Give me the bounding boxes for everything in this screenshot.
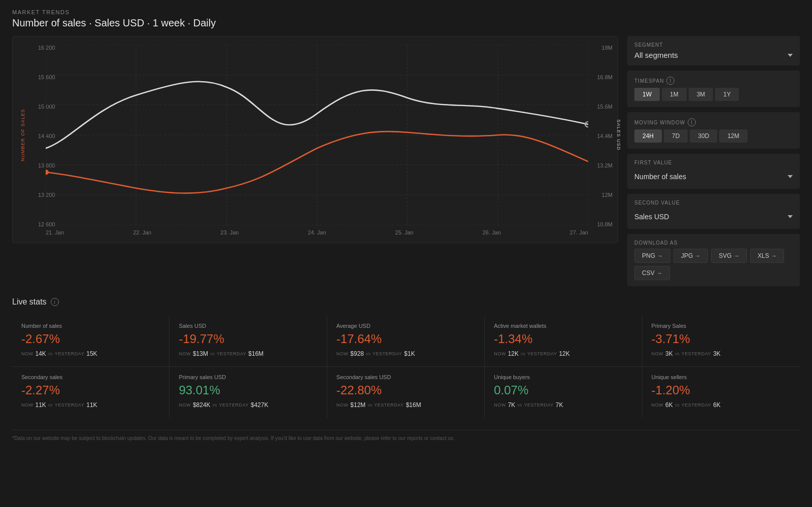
first-value-section: First value Number of sales bbox=[627, 154, 800, 189]
download-btn-csv[interactable]: CSV → bbox=[634, 266, 670, 280]
page-title-section: MARKET TRENDS Number of sales · Sales US… bbox=[12, 9, 800, 29]
download-btn-png[interactable]: PNG → bbox=[634, 249, 670, 263]
chart-container: NUMBER OF SALES 12 600 13 200 13 800 14 … bbox=[18, 45, 613, 238]
timespan-btn-3m[interactable]: 3M bbox=[689, 88, 714, 101]
moving-window-info-icon: i bbox=[688, 118, 696, 126]
stat-card-active-market-wallets: Active market wallets -1.34% NOW 12K vs … bbox=[485, 316, 642, 367]
timespan-button-group: 1W 1M 3M 1Y bbox=[634, 88, 793, 101]
y-axis-left-label: NUMBER OF SALES bbox=[20, 109, 25, 161]
segment-select[interactable]: All segments bbox=[634, 51, 793, 59]
download-btn-svg[interactable]: SVG → bbox=[711, 249, 747, 263]
live-stats-section: Live stats i Number of sales -2.67% NOW … bbox=[12, 297, 800, 418]
x-axis: 21. Jan 22. Jan 23. Jan 24. Jan 25. Jan … bbox=[46, 227, 588, 238]
download-btn-jpg[interactable]: JPG → bbox=[673, 249, 708, 263]
stat-card-primary-sales-usd: Primary sales USD 93.01% NOW $824K vs YE… bbox=[170, 367, 327, 418]
download-section: DOWNLOAD AS PNG → JPG → SVG → XLS → CSV … bbox=[627, 234, 800, 286]
timespan-label: TIMESPAN i bbox=[634, 77, 793, 85]
chevron-down-icon bbox=[788, 54, 793, 57]
stat-card-unique-sellers: Unique sellers -1.20% NOW 6K vs YESTERDA… bbox=[642, 367, 800, 418]
chart-area: NUMBER OF SALES 12 600 13 200 13 800 14 … bbox=[12, 36, 618, 243]
timespan-info-icon: i bbox=[666, 77, 674, 85]
svg-point-14 bbox=[46, 170, 49, 175]
market-trends-label: MARKET TRENDS bbox=[12, 9, 800, 15]
stat-card-number-of-sales: Number of sales -2.67% NOW 14K vs YESTER… bbox=[12, 316, 170, 367]
segment-section: Segment All segments bbox=[627, 36, 800, 65]
sidebar: Segment All segments TIMESPAN i 1W 1M 3M… bbox=[627, 36, 800, 286]
second-value-dropdown[interactable]: Sales USD bbox=[634, 209, 793, 223]
timespan-btn-1y[interactable]: 1Y bbox=[715, 88, 739, 101]
first-value: Number of sales bbox=[634, 173, 686, 181]
segment-value: All segments bbox=[634, 51, 678, 59]
moving-window-button-group: 24H 7D 30D 12M bbox=[634, 129, 793, 143]
chart-title: Number of sales · Sales USD · 1 week · D… bbox=[12, 17, 800, 29]
moving-window-btn-12m[interactable]: 12M bbox=[719, 129, 747, 143]
chevron-down-icon bbox=[788, 175, 793, 178]
stat-card-primary-sales: Primary Sales -3.71% NOW 3K vs YESTERDAY… bbox=[642, 316, 800, 367]
stat-card-sales-usd: Sales USD -19.77% NOW $13M vs YESTERDAY … bbox=[170, 316, 327, 367]
moving-window-btn-30d[interactable]: 30D bbox=[690, 129, 717, 143]
main-content: NUMBER OF SALES 12 600 13 200 13 800 14 … bbox=[12, 36, 800, 286]
footer-note: *Data on our website may be subject to b… bbox=[12, 430, 800, 441]
segment-label: Segment bbox=[634, 42, 793, 48]
live-stats-title: Live stats i bbox=[12, 297, 800, 307]
second-value-section: Second value Sales USD bbox=[627, 194, 800, 229]
live-stats-info-icon: i bbox=[51, 298, 59, 306]
first-value-dropdown[interactable]: Number of sales bbox=[634, 168, 793, 183]
y-axis-right-label: SALES USD bbox=[616, 119, 621, 150]
stat-card-secondary-sales: Secondary sales -2.27% NOW 11K vs YESTER… bbox=[12, 367, 170, 418]
chevron-down-icon bbox=[788, 215, 793, 218]
stat-card-secondary-sales-usd: Secondary sales USD -22.80% NOW $12M vs … bbox=[327, 367, 485, 418]
timespan-section: TIMESPAN i 1W 1M 3M 1Y bbox=[627, 71, 800, 107]
second-value-label: Second value bbox=[634, 200, 793, 206]
moving-window-btn-24h[interactable]: 24H bbox=[634, 129, 662, 143]
stat-card-unique-buyers: Unique buyers 0.07% NOW 7K vs YESTERDAY … bbox=[485, 367, 642, 418]
stat-card-average-usd: Average USD -17.64% NOW $928 vs YESTERDA… bbox=[327, 316, 485, 367]
download-buttons: PNG → JPG → SVG → XLS → CSV → bbox=[634, 249, 793, 280]
moving-window-section: MOVING WINDOW i 24H 7D 30D 12M bbox=[627, 112, 800, 149]
timespan-btn-1m[interactable]: 1M bbox=[662, 88, 687, 101]
moving-window-label: MOVING WINDOW i bbox=[634, 118, 793, 126]
download-btn-xls[interactable]: XLS → bbox=[750, 249, 785, 263]
chart-svg-area bbox=[46, 45, 588, 225]
timespan-btn-1w[interactable]: 1W bbox=[634, 88, 660, 101]
second-value: Sales USD bbox=[634, 213, 669, 221]
download-label: DOWNLOAD AS bbox=[634, 240, 793, 246]
stats-grid: Number of sales -2.67% NOW 14K vs YESTER… bbox=[12, 316, 800, 418]
first-value-label: First value bbox=[634, 160, 793, 165]
moving-window-btn-7d[interactable]: 7D bbox=[664, 129, 688, 143]
